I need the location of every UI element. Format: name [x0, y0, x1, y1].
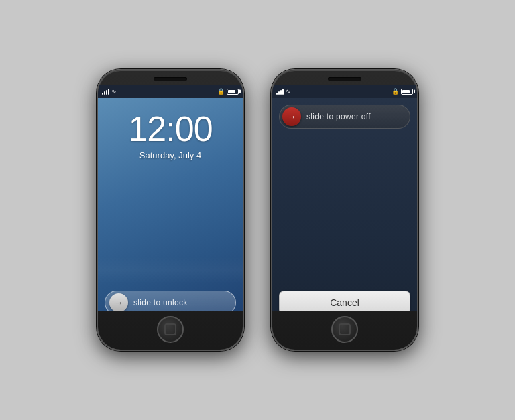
power-off-background: slide to power off Cancel [272, 98, 417, 311]
home-button-inner-2 [339, 323, 351, 335]
status-right-2: 🔒 [392, 88, 413, 95]
status-bar: ∿ 🔒 [98, 85, 243, 98]
lock-status-icon: 🔒 [217, 88, 225, 95]
phone-speaker-2 [328, 77, 361, 81]
status-bar-2: ∿ 🔒 [272, 85, 417, 98]
phone-power-off-screen: ∿ 🔒 slide to power off Cancel [271, 69, 418, 351]
slide-to-power-off-bar[interactable]: slide to power off [279, 105, 410, 129]
battery-icon-2 [401, 89, 413, 95]
signal-bars [102, 88, 109, 95]
phone-screen-power: ∿ 🔒 slide to power off Cancel [272, 85, 417, 311]
signal-bars-2 [276, 88, 284, 95]
phone-screen-lock: ∿ 🔒 12:00 Saturday, July 4 slide to unlo… [98, 85, 243, 311]
signal-bar-2 [104, 91, 105, 95]
signal-bar-2-3 [280, 90, 282, 95]
phone-lock-screen: ∿ 🔒 12:00 Saturday, July 4 slide to unlo… [97, 69, 244, 351]
signal-bar-1 [102, 93, 103, 95]
signal-bar-3 [106, 90, 107, 95]
home-button-inner [164, 323, 176, 335]
cancel-label: Cancel [330, 297, 359, 308]
lock-screen-background: 12:00 Saturday, July 4 slide to unlock [98, 98, 243, 311]
slide-power-label: slide to power off [306, 112, 371, 121]
signal-bar-2-4 [282, 89, 284, 95]
home-button-2[interactable] [331, 316, 358, 343]
slide-unlock-arrow[interactable] [109, 293, 128, 311]
status-left: ∿ [102, 88, 117, 95]
status-right: 🔒 [217, 88, 239, 95]
wifi-icon: ∿ [111, 88, 117, 95]
lock-status-icon-2: 🔒 [392, 88, 399, 95]
status-left-2: ∿ [276, 88, 291, 95]
home-button[interactable] [157, 316, 184, 343]
signal-bar-4 [108, 89, 109, 95]
slide-to-unlock-bar[interactable]: slide to unlock [105, 291, 236, 311]
slide-unlock-label: slide to unlock [133, 298, 188, 307]
phone-speaker [154, 77, 187, 81]
signal-bar-2-2 [278, 91, 280, 95]
cancel-button[interactable]: Cancel [279, 291, 410, 311]
wifi-icon-2: ∿ [286, 88, 291, 95]
signal-bar-2-1 [276, 93, 278, 95]
lock-date-display: Saturday, July 4 [139, 150, 201, 160]
battery-icon [227, 89, 239, 95]
battery-fill [228, 90, 235, 93]
power-off-arrow[interactable] [282, 107, 301, 126]
battery-fill-2 [402, 90, 410, 93]
lock-screen-lines [98, 257, 243, 284]
lock-time-display: 12:00 [128, 109, 212, 149]
